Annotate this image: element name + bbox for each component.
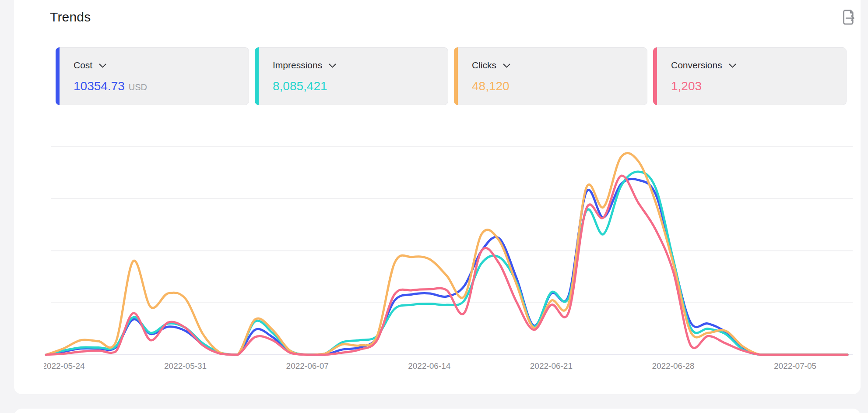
x-tick-label: 2022-05-24 bbox=[44, 361, 85, 371]
x-tick-label: 2022-06-28 bbox=[652, 361, 694, 371]
x-tick-label: 2022-06-14 bbox=[408, 361, 450, 371]
metric-value-clicks: 48,120 bbox=[472, 79, 510, 93]
export-report-button[interactable] bbox=[840, 9, 859, 28]
clicks-accent-bar bbox=[454, 47, 458, 105]
x-tick-label: 2022-05-31 bbox=[164, 361, 207, 371]
chart-canvas bbox=[44, 119, 859, 382]
currency-unit: USD bbox=[129, 82, 147, 92]
impressions-accent-bar bbox=[255, 47, 259, 105]
x-tick-label: 2022-07-05 bbox=[774, 361, 816, 371]
metric-card-label: Impressions bbox=[273, 60, 322, 71]
cost-accent-bar bbox=[56, 47, 60, 105]
metric-value-impressions: 8,085,421 bbox=[273, 79, 327, 93]
chevron-down-icon[interactable] bbox=[99, 60, 106, 71]
series-line-cost bbox=[46, 179, 847, 355]
file-export-icon bbox=[842, 9, 857, 28]
metric-card-cost[interactable]: Cost 10354.73 USD bbox=[56, 47, 249, 105]
chevron-down-icon[interactable] bbox=[503, 60, 510, 71]
metric-card-label: Clicks bbox=[472, 60, 496, 71]
chevron-down-icon[interactable] bbox=[729, 60, 736, 71]
x-tick-label: 2022-06-21 bbox=[530, 361, 573, 371]
next-panel-edge bbox=[14, 409, 861, 413]
chevron-down-icon[interactable] bbox=[329, 60, 336, 71]
x-tick-label: 2022-06-07 bbox=[286, 361, 329, 371]
metric-value-conversions: 1,203 bbox=[671, 79, 702, 93]
page-title: Trends bbox=[50, 10, 91, 25]
metric-card-conversions[interactable]: Conversions 1,203 bbox=[653, 47, 847, 105]
trends-line-chart: 2022-05-242022-05-312022-06-072022-06-14… bbox=[44, 119, 859, 382]
trends-panel: Trends Cost 10354.73 USD Impressions bbox=[14, 0, 861, 394]
metric-card-label: Cost bbox=[74, 60, 92, 71]
conversions-accent-bar bbox=[653, 47, 657, 105]
metric-card-label: Conversions bbox=[671, 60, 722, 71]
metric-value-cost: 10354.73 USD bbox=[74, 79, 147, 93]
metric-card-clicks[interactable]: Clicks 48,120 bbox=[454, 47, 647, 105]
metric-card-impressions[interactable]: Impressions 8,085,421 bbox=[255, 47, 448, 105]
